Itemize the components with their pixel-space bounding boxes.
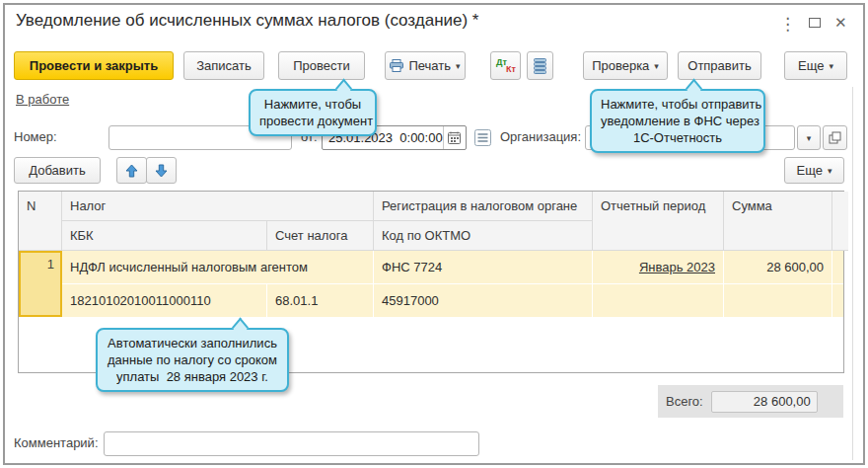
total-label: Всего: (666, 394, 703, 409)
print-button[interactable]: Печать ▾ (385, 51, 466, 80)
cell-spacer (832, 251, 843, 284)
tooltip-line: провести документ (259, 113, 366, 129)
chevron-down-icon: ▾ (807, 132, 812, 143)
cell-period-cont (593, 284, 724, 317)
col-header-period[interactable]: Отчетный период (593, 192, 724, 251)
document-window: Уведомление об исчисленных суммах налого… (0, 0, 868, 468)
col-header-registration[interactable]: Регистрация в налоговом органе (374, 192, 593, 221)
cell-oktmo[interactable]: 45917000 (374, 284, 593, 317)
send-button[interactable]: Отправить (678, 51, 761, 80)
register-stack-icon (534, 58, 546, 74)
organization-label: Организация: (500, 129, 581, 144)
toolbar-more-button[interactable]: Еще ▾ (784, 51, 847, 80)
post-and-close-button[interactable]: Провести и закрыть (14, 51, 174, 80)
post-label: Провести (293, 58, 350, 73)
tooltip-line: данные по налогу со сроком (107, 351, 278, 368)
col-header-amount[interactable]: Сумма (724, 192, 832, 251)
maximize-icon[interactable] (809, 18, 821, 28)
move-down-button[interactable] (146, 157, 177, 184)
tooltip-line: Нажмите, чтобы отправить (601, 96, 755, 113)
history-list-icon[interactable] (474, 129, 491, 146)
form-scroll-strip (852, 87, 853, 460)
col-header-kbk[interactable]: КБК (62, 221, 267, 251)
cell-tax-name[interactable]: НДФЛ исчисленный налоговым агентом (62, 251, 374, 284)
status-in-progress-link[interactable]: В работе (16, 92, 69, 107)
cell-registration[interactable]: ФНС 7724 (374, 251, 593, 284)
more-label: Еще (798, 58, 824, 73)
credit-label: Кт (506, 65, 516, 74)
cell-spacer (832, 284, 843, 317)
row-number-cell[interactable]: 1 (19, 251, 62, 317)
col-header-account[interactable]: Счет налога (267, 221, 374, 251)
open-icon (829, 131, 841, 144)
calendar-icon[interactable] (443, 126, 466, 149)
cell-account[interactable]: 68.01.1 (267, 284, 374, 317)
arrow-down-icon (155, 164, 168, 178)
save-button[interactable]: Записать (183, 51, 264, 80)
register-records-button[interactable] (527, 51, 553, 80)
chevron-down-icon: ▾ (829, 60, 833, 71)
col-header-tax[interactable]: Налог (62, 192, 374, 221)
col-header-n[interactable]: N (19, 192, 62, 251)
cell-period[interactable]: Январь 2023 (593, 251, 724, 284)
col-header-spacer (832, 192, 848, 251)
cell-amount-cont (724, 284, 832, 317)
organization-dropdown-button[interactable]: ▾ (797, 125, 821, 150)
add-row-label: Добавить (29, 163, 85, 178)
number-label: Номер: (14, 129, 57, 144)
print-label: Печать (408, 58, 451, 73)
cell-amount[interactable]: 28 600,00 (724, 251, 832, 284)
tooltip-line: Нажмите, чтобы (259, 96, 366, 113)
move-up-button[interactable] (116, 157, 147, 184)
comment-label: Комментарий: (14, 435, 99, 450)
chevron-down-icon: ▾ (828, 165, 832, 176)
table-more-button[interactable]: Еще ▾ (784, 157, 844, 184)
chevron-down-icon: ▾ (456, 60, 461, 71)
tooltip-line: уплаты 28 января 2023 г. (107, 368, 278, 385)
add-row-button[interactable]: Добавить (14, 157, 101, 184)
cell-kbk[interactable]: 18210102010011000110 (62, 284, 267, 317)
period-link[interactable]: Январь 2023 (639, 260, 715, 274)
totals-panel: Всего: (658, 385, 843, 418)
comment-input[interactable] (104, 431, 479, 456)
arrow-up-icon (125, 164, 138, 178)
send-label: Отправить (687, 58, 751, 73)
col-header-oktmo[interactable]: Код по ОКТМО (374, 221, 593, 251)
tooltip-line: 1С-Отчетность (601, 129, 755, 146)
post-button[interactable]: Провести (278, 51, 365, 80)
close-icon[interactable]: ✕ (834, 14, 847, 32)
check-label: Проверка (592, 58, 649, 73)
printer-icon (390, 59, 403, 72)
tooltip-autofill: Автоматически заполнились данные по нало… (96, 328, 289, 392)
window-title: Уведомление об исчисленных суммах налого… (16, 11, 478, 31)
more-label: Еще (797, 163, 823, 178)
chevron-down-icon: ▾ (654, 60, 659, 71)
organization-open-button[interactable] (823, 125, 847, 150)
tooltip-line: Автоматически заполнились (107, 335, 278, 351)
check-button[interactable]: Проверка ▾ (583, 51, 668, 80)
window-menu-icon[interactable]: ⋮ (779, 14, 796, 35)
total-value-field (711, 391, 818, 413)
tooltip-line: уведомление в ФНС через (601, 113, 755, 129)
save-label: Записать (196, 58, 252, 73)
tooltip-post-document: Нажмите, чтобы провести документ (249, 89, 377, 136)
dt-kt-postings-button[interactable]: Дт Кт (490, 51, 521, 80)
post-and-close-label: Провести и закрыть (30, 58, 158, 73)
tooltip-send-fns: Нажмите, чтобы отправить уведомление в Ф… (590, 89, 765, 153)
